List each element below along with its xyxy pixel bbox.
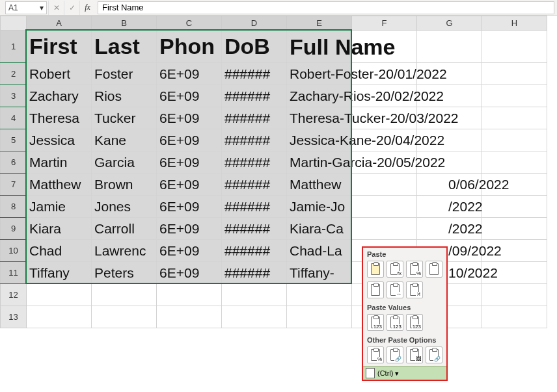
- cell[interactable]: Kiara-Ca: [287, 218, 352, 240]
- cell[interactable]: Phon: [157, 31, 222, 63]
- cell[interactable]: Lawrenc: [92, 240, 157, 262]
- paste-keep-source-icon[interactable]: [426, 261, 442, 278]
- cell[interactable]: 6E+09: [157, 129, 222, 151]
- cell[interactable]: ######: [222, 107, 287, 129]
- cell[interactable]: [352, 196, 417, 218]
- cell[interactable]: [157, 284, 222, 306]
- paste-picture-icon[interactable]: 🖼: [406, 346, 423, 363]
- paste-no-borders-icon[interactable]: [367, 281, 384, 298]
- cell[interactable]: Jessica-Kane-20/04/2022: [287, 129, 352, 151]
- cell[interactable]: Brown: [92, 174, 157, 196]
- paste-values-source-fmt-icon[interactable]: 123: [406, 314, 423, 331]
- col-header-C[interactable]: C: [157, 16, 222, 31]
- paste-transpose-icon[interactable]: ⤭: [406, 281, 423, 298]
- paste-formulas-icon[interactable]: fx: [387, 261, 403, 278]
- cell[interactable]: Martin-Garcia-20/05/2022: [287, 151, 352, 174]
- cell[interactable]: [157, 306, 222, 328]
- cell[interactable]: [222, 284, 287, 306]
- cell[interactable]: Kiara: [27, 218, 92, 240]
- cell[interactable]: ######: [222, 151, 287, 174]
- cell[interactable]: [482, 306, 547, 328]
- cell[interactable]: [482, 31, 547, 63]
- cell[interactable]: ######: [222, 63, 287, 85]
- cell[interactable]: [417, 107, 482, 129]
- cell[interactable]: Jamie: [27, 196, 92, 218]
- row-header[interactable]: 6: [1, 151, 27, 174]
- cell[interactable]: Matthew: [287, 174, 352, 196]
- cell[interactable]: [482, 196, 547, 218]
- cell[interactable]: Garcia: [92, 151, 157, 174]
- cell[interactable]: 6E+09: [157, 174, 222, 196]
- cell[interactable]: [482, 218, 547, 240]
- select-all-corner[interactable]: [1, 16, 27, 31]
- cell[interactable]: [352, 218, 417, 240]
- col-header-A[interactable]: A: [27, 16, 92, 31]
- cell[interactable]: Tucker: [92, 107, 157, 129]
- row-header[interactable]: 2: [1, 63, 27, 85]
- cell[interactable]: [352, 174, 417, 196]
- name-box[interactable]: A1 ▾: [5, 1, 47, 14]
- cell[interactable]: [92, 284, 157, 306]
- cell[interactable]: 6E+09: [157, 240, 222, 262]
- cell[interactable]: Chad: [27, 240, 92, 262]
- cell[interactable]: 6E+09: [157, 63, 222, 85]
- cell[interactable]: ######: [222, 218, 287, 240]
- cell[interactable]: ######: [222, 174, 287, 196]
- cell[interactable]: [417, 151, 482, 174]
- cell[interactable]: 6E+09: [157, 85, 222, 107]
- cell[interactable]: [417, 31, 482, 63]
- cell[interactable]: 0/06/2022: [417, 174, 482, 196]
- cell[interactable]: 6E+09: [157, 196, 222, 218]
- paste-values-icon[interactable]: 123: [367, 314, 384, 331]
- cell[interactable]: /2022: [417, 218, 482, 240]
- cancel-button[interactable]: ✕: [48, 1, 64, 15]
- cell[interactable]: [27, 306, 92, 328]
- cell[interactable]: Zachary: [27, 85, 92, 107]
- cell[interactable]: Zachary-Rios-20/02/2022: [287, 85, 352, 107]
- cell[interactable]: ######: [222, 129, 287, 151]
- cell[interactable]: [482, 151, 547, 174]
- cell[interactable]: Matthew: [27, 174, 92, 196]
- row-header[interactable]: 12: [1, 284, 27, 306]
- cell[interactable]: Theresa-Tucker-20/03/2022: [287, 107, 352, 129]
- row-header[interactable]: 9: [1, 218, 27, 240]
- row-header[interactable]: 3: [1, 85, 27, 107]
- cell[interactable]: Martin: [27, 151, 92, 174]
- cell[interactable]: [287, 284, 352, 306]
- col-header-E[interactable]: E: [287, 16, 352, 31]
- cell[interactable]: [92, 306, 157, 328]
- col-header-H[interactable]: H: [482, 16, 547, 31]
- row-header[interactable]: 11: [1, 262, 27, 284]
- row-header[interactable]: 1: [1, 31, 27, 63]
- cell[interactable]: Kane: [92, 129, 157, 151]
- spreadsheet-grid[interactable]: A B C D E F G H 1 First Last Phon DoB Fu…: [0, 16, 547, 328]
- cell[interactable]: First: [27, 31, 92, 63]
- cell[interactable]: ######: [222, 196, 287, 218]
- cell[interactable]: /2022: [417, 196, 482, 218]
- paste-keep-widths-icon[interactable]: ↔: [387, 281, 403, 298]
- cell[interactable]: [287, 306, 352, 328]
- col-header-F[interactable]: F: [352, 16, 417, 31]
- cell[interactable]: [417, 63, 482, 85]
- cell[interactable]: Jones: [92, 196, 157, 218]
- paste-link-icon[interactable]: 🔗: [387, 346, 403, 363]
- paste-linked-picture-icon[interactable]: 🔗: [426, 346, 442, 363]
- chevron-down-icon[interactable]: ▾: [40, 3, 44, 12]
- cell[interactable]: 6E+09: [157, 218, 222, 240]
- cell[interactable]: Peters: [92, 262, 157, 284]
- col-header-D[interactable]: D: [222, 16, 287, 31]
- cell[interactable]: [482, 284, 547, 306]
- cell[interactable]: Theresa: [27, 107, 92, 129]
- cell[interactable]: [482, 85, 547, 107]
- cell[interactable]: [417, 85, 482, 107]
- cell[interactable]: Carroll: [92, 218, 157, 240]
- cell[interactable]: ######: [222, 262, 287, 284]
- cell[interactable]: Tiffany: [27, 262, 92, 284]
- cell[interactable]: Jamie-Jo: [287, 196, 352, 218]
- enter-button[interactable]: ✓: [64, 1, 79, 15]
- cell[interactable]: [222, 306, 287, 328]
- cell[interactable]: [27, 284, 92, 306]
- cell[interactable]: 6E+09: [157, 151, 222, 174]
- cell[interactable]: Rios: [92, 85, 157, 107]
- row-header[interactable]: 5: [1, 129, 27, 151]
